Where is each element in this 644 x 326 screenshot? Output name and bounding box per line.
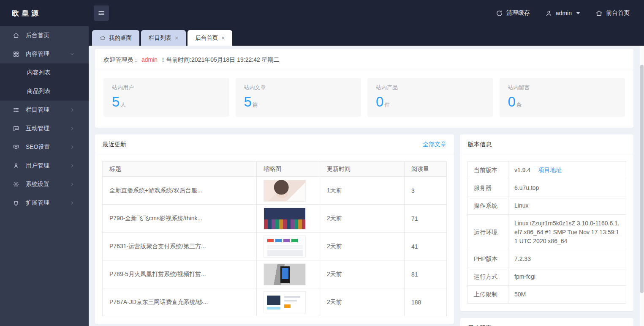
sidebar-item-label: 互动管理 — [26, 125, 49, 132]
sidebar-item-label: 商品列表 — [27, 88, 51, 95]
version-label: 上传限制 — [468, 286, 508, 304]
page-scrollbar[interactable] — [640, 46, 644, 326]
stat-card-messages: 站内留言 0条 — [500, 78, 625, 117]
sidebar-item-label: 系统设置 — [26, 181, 49, 188]
version-value: 7.2.33 — [508, 250, 626, 268]
article-title[interactable]: P767A-JD京东三网话费直充系统/移... — [103, 288, 257, 316]
close-icon[interactable]: × — [221, 35, 225, 41]
chevron-right-icon — [70, 145, 75, 150]
tab-column-list[interactable]: 栏目列表 × — [141, 30, 186, 46]
stat-value: 0 — [376, 94, 383, 110]
article-time: 1天前 — [320, 177, 405, 205]
scrollbar-thumb[interactable] — [640, 65, 644, 293]
frontend-home-button[interactable]: 前台首页 — [595, 9, 630, 17]
sidebar-item-users[interactable]: 用户管理 — [0, 156, 89, 175]
tab-label: 栏目列表 — [149, 34, 171, 42]
all-articles-link[interactable]: 全部文章 — [423, 141, 446, 148]
article-time: 2天前 — [320, 260, 405, 288]
chevron-right-icon — [70, 163, 75, 168]
article-title[interactable]: 全新直播系统+游戏系统/双后台服... — [103, 177, 257, 205]
gear-icon — [13, 181, 19, 188]
stat-label: 站内产品 — [376, 84, 485, 91]
article-time: 2天前 — [320, 205, 405, 233]
column-header-time: 更新时间 — [320, 162, 405, 177]
recent-updates-panel: 最近更新 全部文章 标题 缩略图 更新时间 阅读量 — [95, 134, 454, 324]
sidebar-item-label: 栏目管理 — [26, 106, 49, 114]
close-icon[interactable]: × — [175, 35, 178, 41]
tab-my-desktop[interactable]: 我的桌面 — [92, 30, 139, 46]
table-row: 运行方式 fpm-fcgi — [468, 268, 626, 286]
sidebar-item-label: 后台首页 — [26, 32, 49, 39]
tab-label: 我的桌面 — [109, 34, 132, 42]
panel-title: 用户留言 — [468, 324, 492, 326]
version-info-panel: 版本信息 当前版本 v1.9.4项目地址 服务器 6.u7u.top — [460, 134, 633, 311]
article-title[interactable]: P7631-运营版聚合支付系统/第三方... — [103, 233, 257, 260]
article-thumbnail — [264, 263, 306, 285]
version-value: Linux — [508, 197, 626, 215]
version-value: fpm-fcgi — [508, 268, 626, 286]
sidebar-item-settings[interactable]: 系统设置 — [0, 175, 89, 194]
chevron-right-icon — [70, 200, 75, 205]
table-row: 上传限制 50M — [468, 286, 626, 304]
sidebar-item-interaction[interactable]: 互动管理 — [0, 119, 89, 138]
topbar-actions: 清理缓存 admin 前台首页 — [496, 9, 644, 17]
table-row: 服务器 6.u7u.top — [468, 179, 626, 197]
version-label: 当前版本 — [468, 162, 508, 179]
article-views: 81 — [405, 260, 447, 288]
article-time: 2天前 — [320, 233, 405, 260]
sidebar-item-content-list[interactable]: 内容列表 — [0, 63, 89, 82]
project-url-link[interactable]: 项目地址 — [538, 167, 562, 173]
sidebar-item-content[interactable]: 内容管理 — [0, 45, 89, 63]
article-thumbnail — [264, 180, 306, 202]
article-thumbnail — [264, 291, 306, 313]
admin-dashboard: 欧皇源 清理缓存 admin — [0, 0, 644, 326]
table-row[interactable]: 全新直播系统+游戏系统/双后台服... 1天前 3 — [103, 177, 447, 205]
article-views: 188 — [405, 288, 447, 316]
table-row: 操作系统 Linux — [468, 197, 626, 215]
article-thumbnail — [264, 208, 306, 230]
table-row[interactable]: P790-全新飞飞cms影视系统/think... 2天前 71 — [103, 205, 447, 233]
version-label: 运行环境 — [468, 215, 508, 250]
version-value: 6.u7u.top — [508, 179, 626, 197]
stat-unit: 篇 — [253, 101, 258, 108]
sidebar-item-dashboard[interactable]: 后台首页 — [0, 26, 89, 45]
panel-title: 版本信息 — [468, 141, 492, 148]
chevron-down-icon — [576, 12, 580, 14]
recent-updates-table: 标题 缩略图 更新时间 阅读量 全新直播系统+游戏系统/双后台服... 1天前 — [102, 161, 447, 316]
panel-title: 最近更新 — [103, 141, 126, 148]
sidebar-item-seo[interactable]: SEO设置 — [0, 138, 89, 156]
stat-card-users: 站内用户 5人 — [103, 78, 229, 117]
sidebar-item-label: 内容管理 — [26, 50, 49, 58]
username: admin — [556, 10, 572, 16]
table-row[interactable]: P7631-运营版聚合支付系统/第三方... 2天前 41 — [103, 233, 447, 260]
home-icon — [13, 32, 19, 39]
sidebar-item-label: 扩展管理 — [26, 199, 49, 207]
extension-icon — [13, 200, 19, 206]
welcome-card: 欢迎管理员：admin！当前时间:2021年05月18日 19:22:42 星期… — [95, 49, 633, 128]
sidebar-item-product-list[interactable]: 商品列表 — [0, 82, 89, 101]
board-icon — [13, 144, 19, 151]
tab-backend-home[interactable]: 后台首页 × — [187, 30, 232, 46]
chat-icon — [13, 125, 19, 132]
article-title[interactable]: P790-全新飞飞cms影视系统/think... — [103, 205, 257, 233]
tab-bar: 我的桌面 栏目列表 × 后台首页 × — [89, 26, 644, 46]
stat-label: 站内文章 — [244, 84, 353, 91]
sidebar-item-columns[interactable]: 栏目管理 — [0, 101, 89, 119]
sidebar-item-extensions[interactable]: 扩展管理 — [0, 194, 89, 212]
clear-cache-label: 清理缓存 — [506, 9, 530, 17]
table-row[interactable]: P789-5月火凤凰打赏系统/视频打赏... 2天前 81 — [103, 260, 447, 288]
stat-value: 5 — [112, 94, 120, 110]
clear-cache-button[interactable]: 清理缓存 — [496, 9, 530, 17]
table-row[interactable]: P767A-JD京东三网话费直充系统/移... 2天前 188 — [103, 288, 447, 316]
user-icon — [545, 10, 552, 17]
stat-unit: 人 — [120, 101, 126, 108]
user-menu[interactable]: admin — [545, 10, 580, 17]
chevron-right-icon — [70, 107, 75, 112]
sidebar-collapse-button[interactable] — [94, 5, 109, 21]
version-info-table: 当前版本 v1.9.4项目地址 服务器 6.u7u.top 操作系统 Linux — [467, 161, 626, 304]
welcome-time: ！当前时间:2021年05月18日 19:22:42 星期二 — [160, 56, 279, 63]
article-title[interactable]: P789-5月火凤凰打赏系统/视频打赏... — [103, 260, 257, 288]
home-icon — [595, 10, 603, 17]
column-header-thumbnail: 缩略图 — [257, 162, 320, 177]
sidebar-submenu-content: 内容列表 商品列表 — [0, 63, 89, 101]
